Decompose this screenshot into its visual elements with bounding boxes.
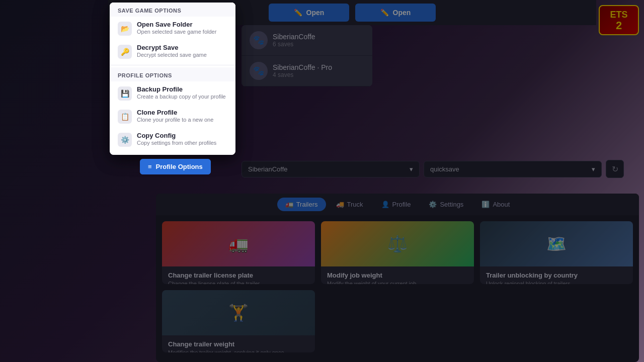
tab-about[interactable]: ℹ️ About: [473, 198, 518, 211]
menu-decrypt-save[interactable]: 🔑 Decrypt Save Decrypt selected save gam…: [110, 40, 235, 63]
profile-saves-1: 6 saves: [273, 41, 364, 48]
card-title-4: Change trailer weight: [168, 340, 309, 348]
decrypt-key-icon: 🔑: [118, 45, 132, 59]
menu-open-save-folder[interactable]: 📂 Open Save Folder Open selected save ga…: [110, 17, 235, 40]
save-dropdown[interactable]: quicksave ▾: [424, 161, 602, 177]
chevron-down-icon: ▾: [410, 165, 413, 173]
open-icon-1: ✏️: [294, 9, 302, 17]
card-desc-3: Unlock regional blocking of trailers: [486, 281, 627, 284]
clone-profile-label-desc: Clone your profile to a new one: [137, 117, 213, 123]
card-desc-2: Modify the weight of your current job: [327, 281, 468, 284]
profile-dropdown[interactable]: SiberianCoffe ▾: [242, 161, 420, 177]
profile-saves-2: 4 saves: [273, 71, 364, 78]
clone-profile-icon: 📋: [118, 110, 132, 124]
clone-profile-label: Clone Profile: [137, 109, 213, 116]
card-trailer-weight: 🏋️ Change trailer weight Modifies the tr…: [162, 290, 315, 353]
decrypt-save-label: Decrypt Save: [137, 44, 207, 51]
backup-profile-label-desc: Create a backup copy of your profile: [137, 94, 226, 100]
profile-avatar-2: 🐾: [250, 62, 268, 80]
profile-name-2: SiberianCoffe · Pro: [273, 63, 364, 71]
card-image-4: 🏋️: [162, 290, 315, 335]
card-image-2: ⚖️: [321, 221, 474, 266]
menu-section-divider: [110, 65, 235, 65]
open-btn-2[interactable]: ✏️ Open: [355, 4, 436, 22]
decrypt-save-label-desc: Decrypt selected save game: [137, 52, 207, 58]
menu-copy-config[interactable]: ⚙️ Copy Config Copy settings from other …: [110, 128, 235, 151]
bottom-app-window: 🚛 Trailers 🚚 Truck 👤 Profile ⚙️ Settings…: [156, 194, 639, 362]
dropdowns-bar: SiberianCoffe ▾ quicksave ▾ ↻: [242, 157, 624, 181]
trailers-icon: 🚛: [285, 201, 293, 208]
card-trailer-unblocking: 🗺️ Trailer unblocking by country Unlock …: [480, 221, 633, 284]
card-title-1: Change trailer license plate: [168, 272, 309, 279]
save-game-options-title: Save Game Options: [110, 3, 235, 17]
menu-clone-profile[interactable]: 📋 Clone Profile Clone your profile to a …: [110, 105, 235, 128]
card-trailer-license: 🚛 Change trailer license plate Change th…: [162, 221, 315, 284]
card-image-3: 🗺️: [480, 221, 633, 266]
tab-truck[interactable]: 🚚 Truck: [328, 198, 371, 211]
settings-icon: ⚙️: [429, 201, 437, 208]
refresh-button[interactable]: ↻: [606, 160, 624, 178]
profile-options-title: Profile Options: [110, 67, 235, 81]
profile-avatar-1: 🐾: [250, 31, 268, 49]
cards-grid: 🚛 Change trailer license plate Change th…: [156, 215, 639, 358]
open-icon-2: ✏️: [380, 9, 389, 17]
copy-config-label-desc: Copy settings from other profiles: [137, 140, 216, 146]
profile-options-btn-overlay[interactable]: ≡ Profile Options: [140, 159, 211, 174]
ets2-logo-text: ETS: [610, 10, 627, 20]
card-image-1: 🚛: [162, 221, 315, 266]
tab-trailers[interactable]: 🚛 Trailers: [277, 198, 326, 211]
profile-item-2[interactable]: 🐾 SiberianCoffe · Pro 4 saves: [242, 56, 372, 86]
card-desc-1: Change the license plate of the trailer: [168, 281, 309, 284]
copy-settings-icon: ⚙️: [118, 133, 132, 147]
chevron-down-icon-2: ▾: [592, 165, 595, 173]
ets2-logo: ETS 2: [599, 5, 639, 35]
menu-container: Save Game Options 📂 Open Save Folder Ope…: [110, 3, 235, 155]
tab-settings[interactable]: ⚙️ Settings: [421, 198, 471, 211]
hamburger-icon: ≡: [148, 163, 152, 170]
card-title-3: Trailer unblocking by country: [486, 272, 627, 279]
folder-open-icon: 📂: [118, 22, 132, 36]
copy-config-label: Copy Config: [137, 132, 216, 139]
open-folder-label: Open Save Folder: [137, 21, 216, 28]
profile-icon: 👤: [381, 201, 389, 208]
truck-icon: 🚚: [336, 201, 344, 208]
card-title-2: Modify job weight: [327, 272, 468, 279]
dropdown-menu-inner: Save Game Options 📂 Open Save Folder Ope…: [110, 3, 235, 155]
backup-profile-icon: 💾: [118, 86, 132, 101]
card-job-weight: ⚖️ Modify job weight Modify the weight o…: [321, 221, 474, 284]
card-desc-4: Modifies the trailer weight, applying it…: [168, 349, 309, 353]
about-icon: ℹ️: [481, 201, 490, 208]
profile-list: 🐾 SiberianCoffe 6 saves 🐾 SiberianCoffe …: [242, 25, 372, 86]
bottom-nav: 🚛 Trailers 🚚 Truck 👤 Profile ⚙️ Settings…: [156, 194, 639, 215]
tab-profile[interactable]: 👤 Profile: [373, 198, 419, 211]
backup-profile-label: Backup Profile: [137, 85, 226, 93]
profile-item-1[interactable]: 🐾 SiberianCoffe 6 saves: [242, 25, 372, 56]
open-folder-desc: Open selected save game folder: [137, 29, 216, 35]
menu-backup-profile[interactable]: 💾 Backup Profile Create a backup copy of…: [110, 81, 235, 105]
open-btn-1[interactable]: ✏️ Open: [269, 4, 349, 22]
profile-name-1: SiberianCoffe: [273, 33, 364, 41]
